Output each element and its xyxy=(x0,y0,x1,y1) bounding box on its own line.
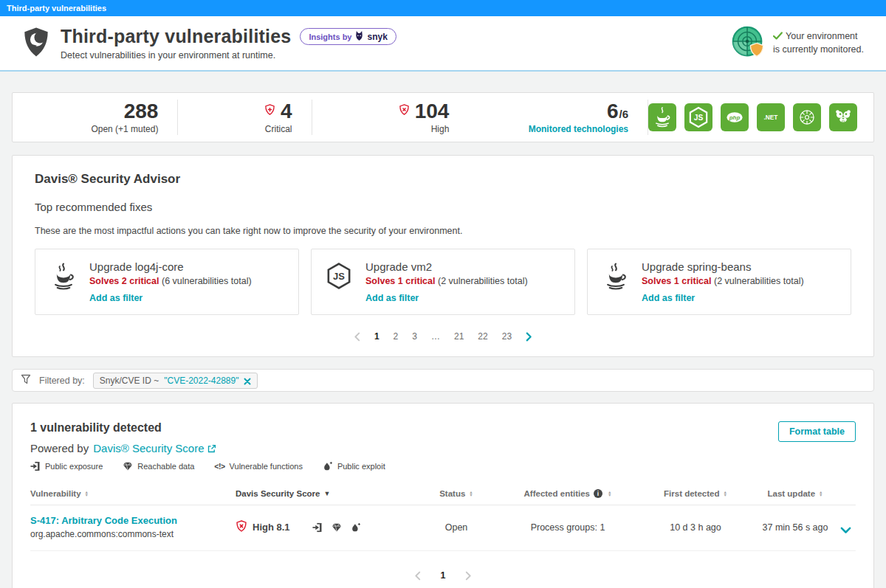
go-icon[interactable] xyxy=(829,103,857,131)
java-icon xyxy=(601,262,631,291)
legend-vulnerable-functions: <!> Vulnerable functions xyxy=(214,462,303,471)
page-1[interactable]: 1 xyxy=(374,331,380,342)
stat-high: 104 High xyxy=(312,93,468,142)
column-header-last-update[interactable]: Last update ▲▼ xyxy=(755,489,835,498)
sort-icon: ▲▼ xyxy=(723,491,727,497)
vulnerability-link[interactable]: S-417: Arbitrary Code Execution xyxy=(30,515,236,526)
summary-stats-bar: 288 Open (+1 muted) 4 Critical xyxy=(12,92,874,142)
fix-title: Upgrade log4j-core xyxy=(89,260,252,273)
high-severity-shield-icon xyxy=(399,104,410,118)
add-as-filter-link[interactable]: Add as filter xyxy=(89,293,252,303)
java-icon[interactable] xyxy=(648,103,676,131)
column-header-affected-entities[interactable]: Affected entities i ▲▼ xyxy=(500,489,636,498)
page-2[interactable]: 2 xyxy=(394,331,399,342)
table-pagination: 1 xyxy=(30,570,856,581)
status-value: Open xyxy=(413,522,500,533)
page-21[interactable]: 21 xyxy=(454,331,464,342)
next-page-icon[interactable] xyxy=(465,571,472,581)
fix-card-log4j[interactable]: Upgrade log4j-core Solves 2 critical (6 … xyxy=(35,249,299,315)
tech-total: /6 xyxy=(619,108,629,120)
last-update-value: 37 min 56 s ago xyxy=(755,522,835,533)
davis-security-advisor-section: Davis® Security Advisor Top recommended … xyxy=(12,155,874,357)
svg-text:.NET: .NET xyxy=(764,114,778,121)
filter-value: "CVE-2022-42889" xyxy=(164,376,238,386)
add-as-filter-link[interactable]: Add as filter xyxy=(365,293,528,303)
svg-text:JS: JS xyxy=(694,114,704,122)
insights-by-snyk-badge[interactable]: Insights by snyk xyxy=(300,28,396,45)
affected-entities-value: Process groups: 1 xyxy=(500,522,636,533)
solves-critical: Solves 1 critical xyxy=(642,276,712,286)
open-label: Open (+1 muted) xyxy=(91,124,158,134)
public-exploit-icon xyxy=(351,522,361,533)
column-header-status[interactable]: Status ▲▼ xyxy=(413,489,500,498)
monitored-technologies-link[interactable]: Monitored technologies xyxy=(529,124,628,134)
page-header: Third-party vulnerabilities Insights by … xyxy=(0,16,886,72)
davis-security-score-value: High 8.1 xyxy=(253,522,290,533)
advisor-description: These are the most impactful actions you… xyxy=(35,226,851,236)
page-1[interactable]: 1 xyxy=(441,570,446,581)
nodejs-icon: JS xyxy=(325,262,354,291)
page-22[interactable]: 22 xyxy=(478,331,487,342)
stat-open: 288 Open (+1 muted) xyxy=(13,93,177,142)
vulns-total: (2 vulnerabilities total) xyxy=(438,276,528,286)
filter-chip[interactable]: Snyk/CVE ID ~ "CVE-2022-42889" xyxy=(93,373,258,389)
svg-text:JS: JS xyxy=(333,271,345,282)
reachable-data-icon xyxy=(332,522,342,533)
tech-count: 6 xyxy=(607,100,619,122)
page-23[interactable]: 23 xyxy=(502,331,512,342)
advisor-subtitle: Top recommended fixes xyxy=(35,201,851,213)
monitoring-radar-icon xyxy=(731,25,765,62)
public-exposure-icon xyxy=(30,461,41,471)
svg-text:php: php xyxy=(729,114,741,121)
filter-bar[interactable]: Filtered by: Snyk/CVE ID ~ "CVE-2022-428… xyxy=(12,369,874,392)
score-legend: Public exposure Reachable data <!> xyxy=(30,461,385,471)
sort-icon: ▲▼ xyxy=(469,491,473,497)
previous-page-icon[interactable] xyxy=(414,571,421,581)
sort-icon: ▲▼ xyxy=(85,491,89,497)
high-label: High xyxy=(431,124,450,134)
page-ellipsis: … xyxy=(431,331,440,342)
nodejs-icon[interactable]: JS xyxy=(684,103,712,131)
column-header-davis-security-score[interactable]: Davis Security Score ▼ xyxy=(236,489,413,498)
legend-reachable-data: Reachable data xyxy=(123,461,194,471)
app-security-shield-icon xyxy=(22,27,50,60)
vulns-total: (6 vulnerabilities total) xyxy=(162,276,252,286)
page-subtitle: Detect vulnerabilities in your environme… xyxy=(61,50,396,60)
stat-monitored-technologies: 6 /6 Monitored technologies xyxy=(468,93,648,142)
column-header-first-detected[interactable]: First detected ▲▼ xyxy=(636,489,755,498)
page-3[interactable]: 3 xyxy=(412,331,417,342)
critical-label: Critical xyxy=(265,124,292,134)
davis-security-score-link[interactable]: Davis® Security Score xyxy=(93,442,216,454)
remove-filter-icon[interactable] xyxy=(244,377,251,384)
vulnerability-count-title: 1 vulnerability detected xyxy=(30,421,385,435)
filter-funnel-icon xyxy=(21,374,31,387)
fix-card-spring-beans[interactable]: Upgrade spring-beans Solves 1 critical (… xyxy=(587,249,851,315)
kubernetes-icon[interactable] xyxy=(793,103,821,131)
fix-card-vm2[interactable]: JS Upgrade vm2 Solves 1 critical (2 vuln… xyxy=(311,249,575,315)
java-icon xyxy=(49,262,78,291)
reachable-data-icon xyxy=(123,461,133,471)
format-table-button[interactable]: Format table xyxy=(778,421,856,442)
critical-severity-shield-icon xyxy=(264,104,275,118)
add-as-filter-link[interactable]: Add as filter xyxy=(642,293,804,303)
legend-public-exposure: Public exposure xyxy=(30,461,103,471)
snyk-wordmark: snyk xyxy=(367,32,387,42)
filter-field: Snyk/CVE ID ~ xyxy=(100,376,159,386)
dotnet-icon[interactable]: .NET xyxy=(757,103,785,131)
advisor-title: Davis® Security Advisor xyxy=(35,172,851,187)
php-icon[interactable]: php xyxy=(721,103,749,131)
snyk-logo-icon xyxy=(355,31,363,42)
open-count: 288 xyxy=(124,100,159,122)
sort-desc-icon: ▼ xyxy=(323,490,330,497)
page-title: Third-party vulnerabilities xyxy=(61,26,291,47)
advisor-pagination: 1 2 3 … 21 22 23 xyxy=(35,331,851,342)
first-detected-value: 10 d 3 h ago xyxy=(636,522,755,533)
info-icon[interactable]: i xyxy=(594,489,602,498)
vulnerable-component: org.apache.commons:commons-text xyxy=(30,529,236,539)
expand-row-chevron-icon[interactable] xyxy=(840,524,851,531)
column-header-vulnerability[interactable]: Vulnerability ▲▼ xyxy=(30,489,236,498)
next-page-icon[interactable] xyxy=(526,332,532,342)
vulns-total: (2 vulnerabilities total) xyxy=(714,276,804,286)
table-row: S-417: Arbitrary Code Execution org.apac… xyxy=(30,505,856,551)
previous-page-icon[interactable] xyxy=(354,332,360,342)
